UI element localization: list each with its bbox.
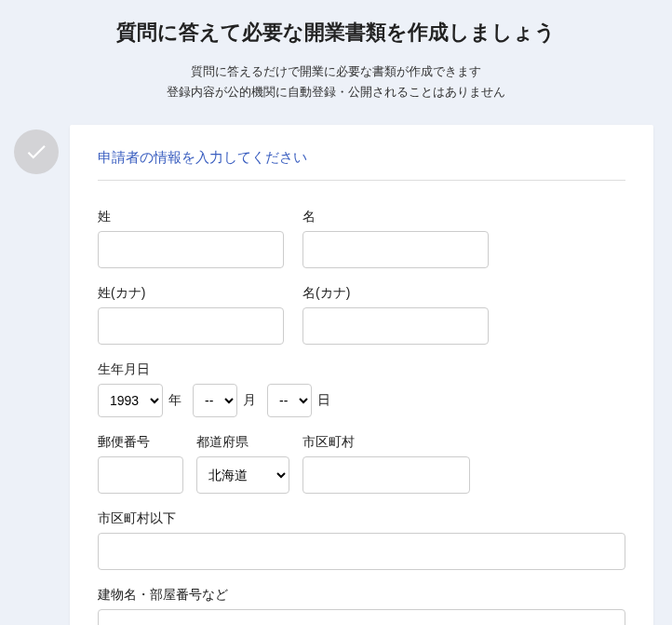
day-select[interactable]: -- <box>267 384 312 417</box>
building-input[interactable] <box>98 609 625 625</box>
last-name-input[interactable] <box>98 231 284 268</box>
prefecture-label: 都道府県 <box>196 434 289 451</box>
page-subtitle: 質問に答えるだけで開業に必要な書類が作成できます 登録内容が公的機関に自動登録・… <box>19 61 653 102</box>
subtitle-line-2: 登録内容が公的機関に自動登録・公開されることはありません <box>19 82 653 102</box>
day-suffix: 日 <box>317 392 330 409</box>
page-header: 質問に答えて必要な開業書類を作成しましょう 質問に答えるだけで開業に必要な書類が… <box>0 0 672 125</box>
first-name-field: 名 <box>302 209 489 268</box>
last-name-kana-input[interactable] <box>98 307 284 345</box>
last-name-label: 姓 <box>98 209 284 225</box>
first-name-kana-field: 名(カナ) <box>302 285 489 345</box>
first-name-kana-label: 名(カナ) <box>302 285 489 302</box>
last-name-kana-field: 姓(カナ) <box>98 285 284 345</box>
postal-input[interactable] <box>98 456 183 494</box>
city-label: 市区町村 <box>302 434 470 451</box>
city-input[interactable] <box>302 456 470 494</box>
first-name-input[interactable] <box>302 231 489 268</box>
birthdate-field: 生年月日 1993 年 -- 月 -- 日 <box>98 361 625 417</box>
month-suffix: 月 <box>243 392 256 409</box>
year-select[interactable]: 1993 <box>98 384 163 417</box>
prefecture-select[interactable]: 北海道 <box>196 456 289 494</box>
prefecture-field: 都道府県 北海道 <box>196 434 289 494</box>
year-suffix: 年 <box>168 392 181 409</box>
building-field: 建物名・部屋番号など <box>98 587 625 625</box>
step-check-icon <box>14 129 59 174</box>
section-title: 申請者の情報を入力してください <box>98 149 625 181</box>
address-detail-field: 市区町村以下 <box>98 510 625 570</box>
form-card: 申請者の情報を入力してください 姓 名 姓(カナ) 名(カナ) 生年月日 <box>70 125 653 625</box>
last-name-kana-label: 姓(カナ) <box>98 285 284 302</box>
first-name-label: 名 <box>302 209 489 225</box>
birthdate-label: 生年月日 <box>98 361 625 378</box>
month-select[interactable]: -- <box>193 384 237 417</box>
address-detail-label: 市区町村以下 <box>98 510 625 527</box>
last-name-field: 姓 <box>98 209 284 268</box>
subtitle-line-1: 質問に答えるだけで開業に必要な書類が作成できます <box>19 61 653 82</box>
postal-field: 郵便番号 <box>98 434 183 494</box>
first-name-kana-input[interactable] <box>302 307 489 345</box>
page-title: 質問に答えて必要な開業書類を作成しましょう <box>19 19 653 47</box>
address-detail-input[interactable] <box>98 533 625 570</box>
postal-label: 郵便番号 <box>98 434 183 451</box>
building-label: 建物名・部屋番号など <box>98 587 625 604</box>
city-field: 市区町村 <box>302 434 470 494</box>
